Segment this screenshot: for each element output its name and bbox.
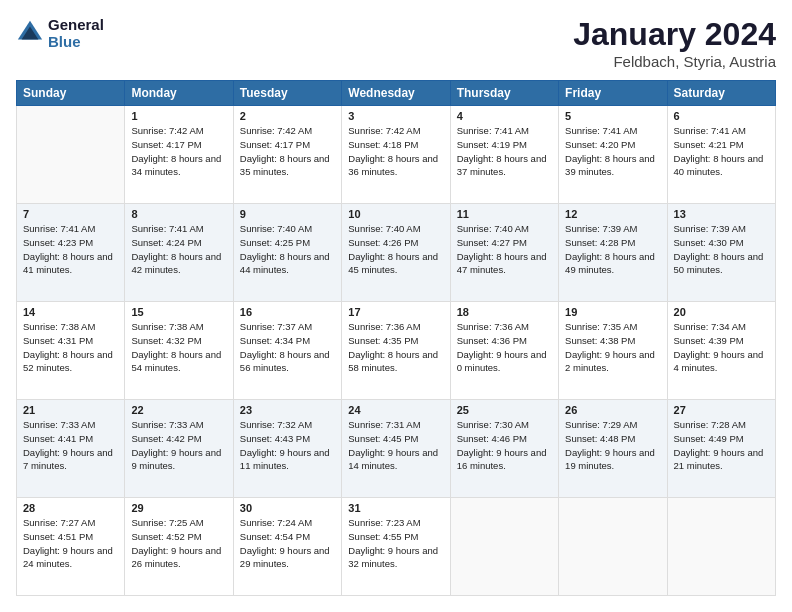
calendar-cell: 8Sunrise: 7:41 AM Sunset: 4:24 PM Daylig… [125,204,233,302]
day-info: Sunrise: 7:27 AM Sunset: 4:51 PM Dayligh… [23,516,118,571]
calendar-cell: 26Sunrise: 7:29 AM Sunset: 4:48 PM Dayli… [559,400,667,498]
calendar-cell: 30Sunrise: 7:24 AM Sunset: 4:54 PM Dayli… [233,498,341,596]
calendar-cell: 14Sunrise: 7:38 AM Sunset: 4:31 PM Dayli… [17,302,125,400]
day-number: 24 [348,404,443,416]
calendar-cell: 10Sunrise: 7:40 AM Sunset: 4:26 PM Dayli… [342,204,450,302]
day-info: Sunrise: 7:31 AM Sunset: 4:45 PM Dayligh… [348,418,443,473]
day-info: Sunrise: 7:42 AM Sunset: 4:18 PM Dayligh… [348,124,443,179]
day-number: 22 [131,404,226,416]
calendar-cell: 23Sunrise: 7:32 AM Sunset: 4:43 PM Dayli… [233,400,341,498]
calendar-cell [450,498,558,596]
calendar-cell: 24Sunrise: 7:31 AM Sunset: 4:45 PM Dayli… [342,400,450,498]
calendar-cell: 4Sunrise: 7:41 AM Sunset: 4:19 PM Daylig… [450,106,558,204]
day-info: Sunrise: 7:33 AM Sunset: 4:41 PM Dayligh… [23,418,118,473]
day-info: Sunrise: 7:25 AM Sunset: 4:52 PM Dayligh… [131,516,226,571]
day-number: 23 [240,404,335,416]
day-number: 2 [240,110,335,122]
day-info: Sunrise: 7:40 AM Sunset: 4:26 PM Dayligh… [348,222,443,277]
calendar-cell: 1Sunrise: 7:42 AM Sunset: 4:17 PM Daylig… [125,106,233,204]
week-row-2: 7Sunrise: 7:41 AM Sunset: 4:23 PM Daylig… [17,204,776,302]
calendar-cell: 7Sunrise: 7:41 AM Sunset: 4:23 PM Daylig… [17,204,125,302]
day-number: 20 [674,306,769,318]
day-number: 11 [457,208,552,220]
location-title: Feldbach, Styria, Austria [573,53,776,70]
calendar-cell: 6Sunrise: 7:41 AM Sunset: 4:21 PM Daylig… [667,106,775,204]
day-info: Sunrise: 7:29 AM Sunset: 4:48 PM Dayligh… [565,418,660,473]
day-info: Sunrise: 7:33 AM Sunset: 4:42 PM Dayligh… [131,418,226,473]
day-number: 25 [457,404,552,416]
logo-icon [16,19,44,47]
day-number: 30 [240,502,335,514]
day-number: 19 [565,306,660,318]
day-info: Sunrise: 7:41 AM Sunset: 4:19 PM Dayligh… [457,124,552,179]
calendar-cell [17,106,125,204]
calendar-cell: 22Sunrise: 7:33 AM Sunset: 4:42 PM Dayli… [125,400,233,498]
calendar-cell: 20Sunrise: 7:34 AM Sunset: 4:39 PM Dayli… [667,302,775,400]
day-info: Sunrise: 7:24 AM Sunset: 4:54 PM Dayligh… [240,516,335,571]
day-info: Sunrise: 7:41 AM Sunset: 4:21 PM Dayligh… [674,124,769,179]
day-number: 1 [131,110,226,122]
calendar-cell: 15Sunrise: 7:38 AM Sunset: 4:32 PM Dayli… [125,302,233,400]
calendar-cell: 11Sunrise: 7:40 AM Sunset: 4:27 PM Dayli… [450,204,558,302]
calendar-cell: 25Sunrise: 7:30 AM Sunset: 4:46 PM Dayli… [450,400,558,498]
month-title: January 2024 [573,16,776,53]
calendar-cell: 9Sunrise: 7:40 AM Sunset: 4:25 PM Daylig… [233,204,341,302]
day-info: Sunrise: 7:35 AM Sunset: 4:38 PM Dayligh… [565,320,660,375]
calendar-cell: 27Sunrise: 7:28 AM Sunset: 4:49 PM Dayli… [667,400,775,498]
day-number: 4 [457,110,552,122]
day-number: 15 [131,306,226,318]
week-row-1: 1Sunrise: 7:42 AM Sunset: 4:17 PM Daylig… [17,106,776,204]
day-info: Sunrise: 7:37 AM Sunset: 4:34 PM Dayligh… [240,320,335,375]
day-number: 27 [674,404,769,416]
day-number: 9 [240,208,335,220]
day-info: Sunrise: 7:42 AM Sunset: 4:17 PM Dayligh… [131,124,226,179]
day-number: 7 [23,208,118,220]
day-info: Sunrise: 7:39 AM Sunset: 4:28 PM Dayligh… [565,222,660,277]
day-number: 6 [674,110,769,122]
day-info: Sunrise: 7:28 AM Sunset: 4:49 PM Dayligh… [674,418,769,473]
day-number: 18 [457,306,552,318]
header: General Blue January 2024 Feldbach, Styr… [16,16,776,70]
day-number: 31 [348,502,443,514]
calendar-cell: 13Sunrise: 7:39 AM Sunset: 4:30 PM Dayli… [667,204,775,302]
day-number: 28 [23,502,118,514]
calendar-cell: 19Sunrise: 7:35 AM Sunset: 4:38 PM Dayli… [559,302,667,400]
day-number: 5 [565,110,660,122]
calendar-table: SundayMondayTuesdayWednesdayThursdayFrid… [16,80,776,596]
calendar-cell: 28Sunrise: 7:27 AM Sunset: 4:51 PM Dayli… [17,498,125,596]
calendar-cell: 29Sunrise: 7:25 AM Sunset: 4:52 PM Dayli… [125,498,233,596]
day-number: 14 [23,306,118,318]
calendar-cell: 2Sunrise: 7:42 AM Sunset: 4:17 PM Daylig… [233,106,341,204]
day-info: Sunrise: 7:30 AM Sunset: 4:46 PM Dayligh… [457,418,552,473]
weekday-header-monday: Monday [125,81,233,106]
weekday-header-tuesday: Tuesday [233,81,341,106]
weekday-header-thursday: Thursday [450,81,558,106]
calendar-cell: 3Sunrise: 7:42 AM Sunset: 4:18 PM Daylig… [342,106,450,204]
day-number: 13 [674,208,769,220]
day-info: Sunrise: 7:32 AM Sunset: 4:43 PM Dayligh… [240,418,335,473]
calendar-cell: 16Sunrise: 7:37 AM Sunset: 4:34 PM Dayli… [233,302,341,400]
day-info: Sunrise: 7:34 AM Sunset: 4:39 PM Dayligh… [674,320,769,375]
day-number: 21 [23,404,118,416]
calendar-cell: 18Sunrise: 7:36 AM Sunset: 4:36 PM Dayli… [450,302,558,400]
weekday-header-wednesday: Wednesday [342,81,450,106]
calendar-cell: 12Sunrise: 7:39 AM Sunset: 4:28 PM Dayli… [559,204,667,302]
day-number: 16 [240,306,335,318]
day-number: 29 [131,502,226,514]
calendar-cell [559,498,667,596]
day-info: Sunrise: 7:41 AM Sunset: 4:20 PM Dayligh… [565,124,660,179]
weekday-header-row: SundayMondayTuesdayWednesdayThursdayFrid… [17,81,776,106]
day-info: Sunrise: 7:40 AM Sunset: 4:27 PM Dayligh… [457,222,552,277]
day-number: 17 [348,306,443,318]
weekday-header-sunday: Sunday [17,81,125,106]
day-info: Sunrise: 7:41 AM Sunset: 4:23 PM Dayligh… [23,222,118,277]
calendar-page: General Blue January 2024 Feldbach, Styr… [0,0,792,612]
day-number: 10 [348,208,443,220]
calendar-cell: 17Sunrise: 7:36 AM Sunset: 4:35 PM Dayli… [342,302,450,400]
day-info: Sunrise: 7:41 AM Sunset: 4:24 PM Dayligh… [131,222,226,277]
calendar-cell: 31Sunrise: 7:23 AM Sunset: 4:55 PM Dayli… [342,498,450,596]
logo: General Blue [16,16,104,50]
weekday-header-saturday: Saturday [667,81,775,106]
week-row-3: 14Sunrise: 7:38 AM Sunset: 4:31 PM Dayli… [17,302,776,400]
calendar-cell: 21Sunrise: 7:33 AM Sunset: 4:41 PM Dayli… [17,400,125,498]
